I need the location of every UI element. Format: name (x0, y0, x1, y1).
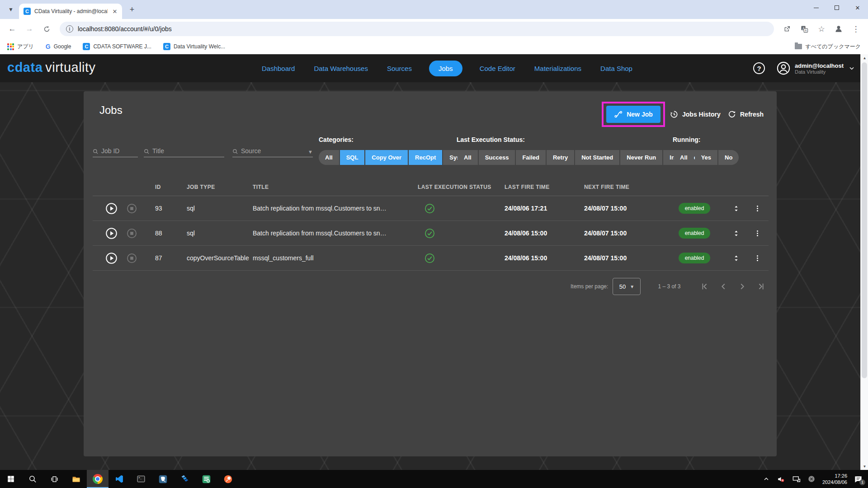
row-menu-kebab-icon[interactable] (747, 230, 767, 237)
chip-running-all[interactable]: All (674, 150, 694, 165)
scroll-down-icon[interactable]: ▼ (861, 463, 868, 470)
enabled-badge[interactable]: enabled (679, 228, 711, 239)
run-job-button[interactable] (102, 252, 121, 264)
chip-les-retry[interactable]: Retry (547, 150, 574, 165)
enabled-badge[interactable]: enabled (679, 203, 711, 214)
all-bookmarks-button[interactable]: すべてのブックマーク (795, 43, 861, 51)
chrome-taskbar-icon[interactable] (87, 470, 108, 488)
chip-les-success[interactable]: Success (479, 150, 515, 165)
header-right: ? admin@localhost Data Virtuality (753, 54, 855, 82)
nav-code-editor[interactable]: Code Editor (478, 61, 517, 76)
chip-categories-all[interactable]: All (319, 150, 339, 165)
tab-search-button[interactable]: ▼ (5, 3, 17, 16)
translate-icon[interactable]: あA (797, 21, 812, 37)
bookmark-data-virtuality[interactable]: C Data Virtuality Welc... (163, 43, 225, 50)
browser-tab[interactable]: C CData Virtuality - admin@locall ✕ (19, 4, 122, 19)
first-page-button[interactable] (698, 281, 710, 292)
bookmark-apps[interactable]: アプリ (7, 43, 34, 51)
file-explorer-icon[interactable] (65, 470, 87, 488)
browser-menu-kebab-icon[interactable]: ⋮ (848, 21, 863, 37)
profile-avatar-icon[interactable] (831, 21, 846, 37)
nav-sources[interactable]: Sources (385, 61, 414, 76)
jobs-history-button[interactable]: Jobs History (670, 106, 721, 123)
source-filter[interactable]: ▼ (232, 144, 313, 157)
open-in-new-icon[interactable] (779, 21, 795, 37)
stop-icon (127, 228, 137, 239)
postman-icon[interactable] (217, 470, 239, 488)
chip-categories-recopt[interactable]: RecOpt (409, 150, 442, 165)
row-menu-kebab-icon[interactable] (747, 254, 767, 262)
nav-data-shop[interactable]: Data Shop (599, 61, 634, 76)
new-job-button[interactable]: New Job (606, 106, 660, 123)
bookmark-cdata-software[interactable]: C CDATA SOFTWARE J... (83, 43, 151, 50)
site-info-icon[interactable]: i (66, 25, 73, 33)
page-scrollbar[interactable]: ▲ ▼ (860, 54, 868, 470)
chip-categories-sql[interactable]: SQL (340, 150, 365, 165)
last-page-button[interactable] (755, 281, 767, 292)
title-input[interactable] (152, 147, 224, 155)
source-select[interactable] (241, 147, 305, 155)
bookmark-google[interactable]: G Google (46, 43, 71, 50)
job-id-filter[interactable] (93, 144, 138, 157)
volume-muted-icon[interactable] (777, 475, 785, 483)
chip-les-not-started[interactable]: Not Started (575, 150, 619, 165)
nav-dashboard[interactable]: Dashboard (260, 61, 297, 76)
dropdown-caret-icon[interactable]: ▼ (308, 149, 313, 155)
nav-data-warehouses[interactable]: Data Warehouses (312, 61, 370, 76)
title-filter[interactable] (144, 144, 224, 157)
stop-job-button[interactable] (121, 253, 142, 263)
address-bar[interactable]: i localhost:8080/account/#/u/0/jobs (60, 22, 774, 36)
network-icon[interactable] (792, 475, 801, 483)
forward-icon[interactable]: → (22, 21, 37, 37)
help-icon[interactable]: ? (753, 62, 765, 74)
folder-icon (795, 44, 802, 49)
terminal-icon[interactable]: >_ (130, 470, 152, 488)
job-id-input[interactable] (101, 147, 138, 155)
chip-les-all[interactable]: All (458, 150, 478, 165)
account-menu[interactable]: admin@localhost Data Virtuality (777, 61, 855, 75)
tab-close-icon[interactable]: ✕ (111, 8, 118, 15)
new-tab-button[interactable]: + (126, 3, 138, 16)
toggle-state-button[interactable] (725, 204, 747, 213)
database-tool-icon[interactable] (195, 470, 217, 488)
bookmark-star-icon[interactable]: ☆ (814, 21, 829, 37)
taskbar-clock[interactable]: 17:26 2024/08/06 (822, 473, 847, 486)
chip-categories-copy-over[interactable]: Copy Over (365, 150, 408, 165)
stop-job-button[interactable] (121, 228, 142, 239)
reload-icon[interactable] (39, 21, 54, 37)
vscode-icon[interactable] (108, 470, 130, 488)
run-job-button[interactable] (102, 227, 121, 239)
chip-running-no[interactable]: No (718, 150, 739, 165)
layers-app-icon[interactable] (174, 470, 195, 488)
window-maximize-button[interactable] (826, 0, 847, 15)
scrollbar-thumb[interactable] (862, 62, 867, 378)
window-minimize-button[interactable] (806, 0, 826, 15)
chip-running-yes[interactable]: Yes (695, 150, 717, 165)
row-menu-kebab-icon[interactable] (747, 205, 767, 212)
task-view-icon[interactable] (43, 470, 65, 488)
scroll-up-icon[interactable]: ▲ (861, 54, 868, 61)
last-execution-chip-group: All Success Failed Retry Not Started Nev… (458, 150, 707, 165)
toggle-state-button[interactable] (725, 229, 747, 238)
enabled-badge[interactable]: enabled (679, 253, 711, 263)
notifications-button[interactable]: 1 (854, 475, 863, 483)
run-job-button[interactable] (102, 202, 121, 215)
app-logo[interactable]: cdatavirtuality (7, 60, 96, 75)
start-button[interactable] (0, 470, 22, 488)
chip-les-failed[interactable]: Failed (516, 150, 546, 165)
stop-job-button[interactable] (121, 203, 142, 214)
refresh-button[interactable]: Refresh (727, 106, 764, 123)
page-size-select[interactable]: 50 ▼ (613, 278, 641, 295)
taskbar-search-icon[interactable] (22, 470, 43, 488)
toggle-state-button[interactable] (725, 254, 747, 263)
back-icon[interactable]: ← (5, 21, 20, 37)
nav-materializations[interactable]: Materializations (533, 61, 583, 76)
status-x-icon[interactable] (807, 475, 816, 483)
next-page-button[interactable] (736, 281, 748, 292)
nav-jobs[interactable]: Jobs (429, 61, 462, 76)
tray-chevron-up-icon[interactable] (763, 475, 770, 483)
postgresql-icon[interactable] (152, 470, 174, 488)
previous-page-button[interactable] (717, 281, 729, 292)
window-close-button[interactable]: ✕ (847, 0, 868, 15)
chip-les-never-run[interactable]: Never Run (620, 150, 662, 165)
